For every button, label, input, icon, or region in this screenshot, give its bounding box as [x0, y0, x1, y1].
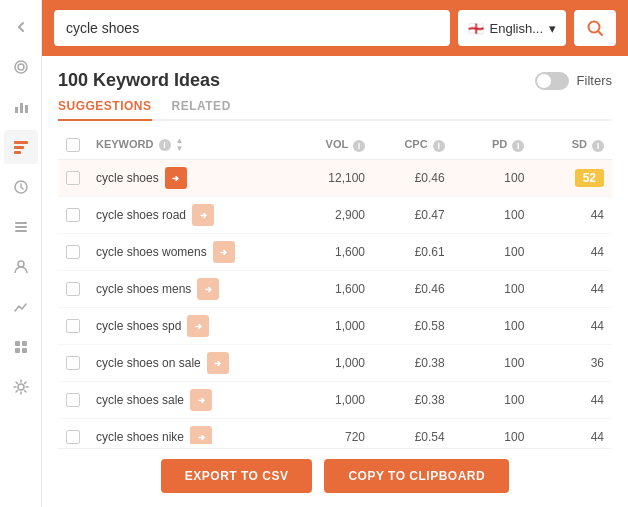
tab-related[interactable]: RELATED	[172, 99, 231, 121]
language-label: English...	[490, 21, 543, 36]
arrow-icon	[203, 284, 214, 295]
search-icon	[586, 19, 604, 37]
cpc-cell: £0.46	[373, 160, 453, 197]
search-button[interactable]	[574, 10, 616, 46]
sd-value: 36	[591, 356, 604, 370]
export-csv-button[interactable]: EXPORT TO CSV	[161, 459, 313, 493]
keyword-arrow-button[interactable]	[190, 426, 212, 444]
cpc-cell: £0.47	[373, 197, 453, 234]
sd-cell: 44	[532, 419, 612, 445]
svg-rect-16	[22, 348, 27, 353]
keyword-arrow-button[interactable]	[187, 315, 209, 337]
row-checkbox[interactable]	[66, 245, 80, 259]
copy-clipboard-button[interactable]: COPY TO CLIPBOARD	[324, 459, 509, 493]
svg-rect-15	[15, 348, 20, 353]
svg-rect-9	[15, 222, 27, 224]
row-checkbox[interactable]	[66, 356, 80, 370]
sd-cell: 52	[532, 160, 612, 197]
svg-point-12	[18, 261, 24, 267]
keywords-table: KEYWORD i ▲▼ VOL i CPC i	[58, 131, 612, 444]
arrow-icon	[193, 321, 204, 332]
keyword-text: cycle shoes nike	[96, 430, 184, 444]
cpc-info-icon: i	[433, 140, 445, 152]
filters-toggle[interactable]	[535, 72, 569, 90]
sd-header[interactable]: SD i	[532, 131, 612, 160]
keyword-count: 100 Keyword Ideas	[58, 70, 220, 91]
sidebar-item-keyword[interactable]	[4, 130, 38, 164]
keyword-cell: cycle shoes spd	[88, 308, 293, 345]
sidebar-item-rank[interactable]	[4, 170, 38, 204]
keyword-cell: cycle shoes sale	[88, 382, 293, 419]
footer-buttons: EXPORT TO CSV COPY TO CLIPBOARD	[58, 448, 612, 499]
keyword-header[interactable]: KEYWORD i ▲▼	[88, 131, 293, 160]
sidebar-item-analytics[interactable]	[4, 290, 38, 324]
svg-rect-2	[15, 107, 18, 113]
keyword-sort-icon[interactable]: ▲▼	[176, 137, 184, 153]
sidebar-item-user[interactable]	[4, 250, 38, 284]
table-row: cycle shoes on sale 1,000 £0.38 100 36	[58, 345, 612, 382]
sidebar-item-chart[interactable]	[4, 90, 38, 124]
sd-cell: 44	[532, 308, 612, 345]
table-header-row: KEYWORD i ▲▼ VOL i CPC i	[58, 131, 612, 160]
pd-header[interactable]: PD i	[453, 131, 533, 160]
sd-cell: 44	[532, 197, 612, 234]
sd-value: 44	[591, 208, 604, 222]
cpc-cell: £0.38	[373, 382, 453, 419]
cpc-cell: £0.38	[373, 345, 453, 382]
keyword-arrow-button[interactable]	[197, 278, 219, 300]
camera-icon	[13, 59, 29, 75]
language-selector[interactable]: 🏴󠁧󠁢󠁥󠁮󠁧󠁿 English... ▾	[458, 10, 566, 46]
row-checkbox-cell	[58, 345, 88, 382]
svg-point-0	[15, 61, 27, 73]
pd-cell: 100	[453, 160, 533, 197]
keyword-arrow-button[interactable]	[207, 352, 229, 374]
sidebar-item-list[interactable]	[4, 210, 38, 244]
sd-cell: 44	[532, 234, 612, 271]
keyword-arrow-button[interactable]	[213, 241, 235, 263]
row-checkbox[interactable]	[66, 393, 80, 407]
row-checkbox[interactable]	[66, 208, 80, 222]
row-checkbox[interactable]	[66, 171, 80, 185]
cpc-header[interactable]: CPC i	[373, 131, 453, 160]
back-icon	[14, 20, 28, 34]
vol-cell: 1,600	[293, 271, 373, 308]
table-row: cycle shoes mens 1,600 £0.46 100 44	[58, 271, 612, 308]
vol-cell: 1,000	[293, 308, 373, 345]
sd-header-label: SD	[572, 138, 587, 150]
row-checkbox[interactable]	[66, 282, 80, 296]
sd-badge: 52	[575, 169, 604, 187]
keyword-cell: cycle shoes nike	[88, 419, 293, 445]
sidebar-item-back[interactable]	[4, 10, 38, 44]
keyword-arrow-button[interactable]	[190, 389, 212, 411]
filters-button[interactable]: Filters	[577, 73, 612, 88]
filters-area: Filters	[535, 72, 612, 90]
row-checkbox[interactable]	[66, 319, 80, 333]
sd-cell: 44	[532, 271, 612, 308]
arrow-icon	[170, 173, 181, 184]
row-checkbox-cell	[58, 271, 88, 308]
pd-header-label: PD	[492, 138, 507, 150]
search-input[interactable]	[54, 10, 450, 46]
row-checkbox[interactable]	[66, 430, 80, 444]
vol-info-icon: i	[353, 140, 365, 152]
sidebar-item-dashboard[interactable]	[4, 330, 38, 364]
dashboard-icon	[13, 339, 29, 355]
list-icon	[13, 219, 29, 235]
vol-header[interactable]: VOL i	[293, 131, 373, 160]
sd-value: 44	[591, 430, 604, 444]
sidebar-item-camera[interactable]	[4, 50, 38, 84]
keyword-arrow-button[interactable]	[165, 167, 187, 189]
pd-info-icon: i	[512, 140, 524, 152]
keyword-text: cycle shoes sale	[96, 393, 184, 407]
select-all-checkbox[interactable]	[66, 138, 80, 152]
row-checkbox-cell	[58, 419, 88, 445]
vol-header-label: VOL	[326, 138, 348, 150]
svg-rect-4	[25, 105, 28, 113]
sidebar-item-settings[interactable]	[4, 370, 38, 404]
sd-cell: 44	[532, 382, 612, 419]
keyword-text: cycle shoes	[96, 171, 159, 185]
arrow-icon	[218, 247, 229, 258]
table-container: KEYWORD i ▲▼ VOL i CPC i	[58, 131, 612, 444]
keyword-arrow-button[interactable]	[192, 204, 214, 226]
tab-suggestions[interactable]: SUGGESTIONS	[58, 99, 152, 121]
